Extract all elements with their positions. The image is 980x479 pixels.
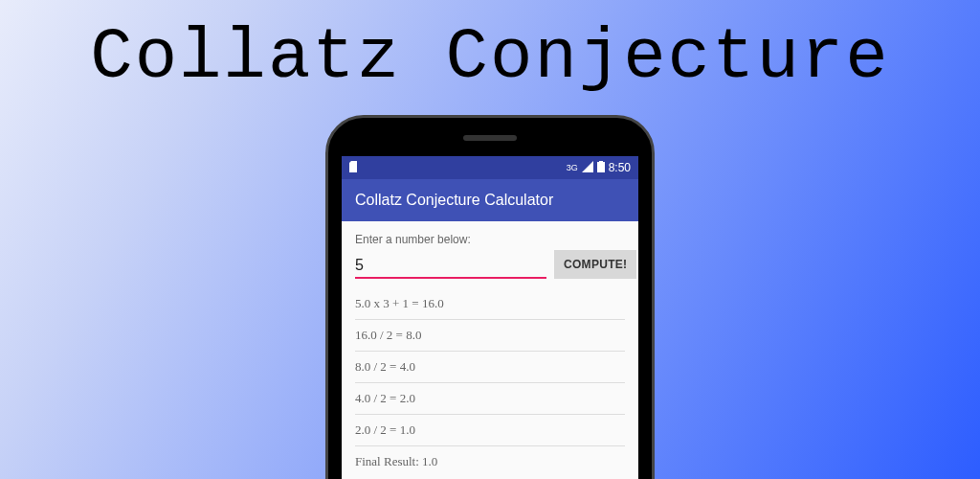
phone-frame: 3G 8:50 Collatz Conjecture Calculator En… (325, 115, 655, 479)
clock-label: 8:50 (609, 161, 631, 174)
number-input[interactable] (355, 253, 546, 279)
result-step: 16.0 / 2 = 8.0 (355, 320, 625, 352)
phone-speaker (463, 135, 517, 141)
result-step: 4.0 / 2 = 2.0 (355, 383, 625, 415)
status-bar: 3G 8:50 (342, 156, 638, 179)
result-step: 8.0 / 2 = 4.0 (355, 352, 625, 383)
hero-title: Collatz Conjecture (0, 0, 980, 98)
signal-icon (582, 161, 593, 175)
app-bar: Collatz Conjecture Calculator (342, 179, 638, 221)
input-row: COMPUTE! (355, 250, 625, 279)
battery-icon (597, 161, 605, 175)
svg-rect-0 (597, 162, 605, 172)
compute-button[interactable]: COMPUTE! (554, 250, 636, 279)
network-label: 3G (567, 163, 578, 172)
app-title: Collatz Conjecture Calculator (355, 192, 553, 209)
main-content: Enter a number below: COMPUTE! 5.0 x 3 +… (342, 221, 638, 479)
input-prompt: Enter a number below: (355, 233, 625, 246)
phone-screen: 3G 8:50 Collatz Conjecture Calculator En… (342, 156, 638, 479)
svg-rect-1 (599, 161, 603, 162)
sim-icon (349, 161, 359, 175)
result-step: 2.0 / 2 = 1.0 (355, 415, 625, 446)
result-step: 5.0 x 3 + 1 = 16.0 (355, 288, 625, 320)
result-final: Final Result: 1.0 (355, 446, 625, 477)
